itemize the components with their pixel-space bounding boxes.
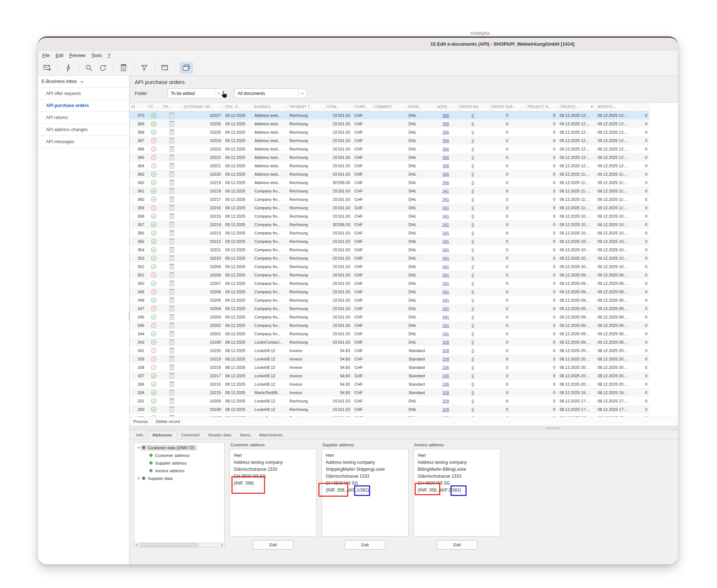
addr-link[interactable]: 341	[442, 290, 449, 294]
order_no-link[interactable]: 0	[472, 155, 474, 160]
order_no-link[interactable]: 0	[472, 390, 474, 395]
order_no-link[interactable]: 0	[472, 248, 474, 252]
addr-link[interactable]: 341	[442, 231, 449, 235]
notes-icon[interactable]	[117, 62, 130, 73]
expand-down-icon[interactable]	[137, 447, 141, 449]
addr-link[interactable]: 341	[442, 281, 449, 286]
table-row[interactable]: 3481020509.12.2025Company fro...Rechnung…	[130, 296, 649, 304]
column-header-modified[interactable]: MODIFIC...▵	[595, 103, 633, 111]
menu-item-edit[interactable]: Edit	[53, 52, 66, 59]
addr-link[interactable]: 356	[442, 113, 449, 118]
order_no-link[interactable]: 0	[472, 113, 474, 118]
addr-link[interactable]: 341	[442, 197, 449, 202]
table-row[interactable]: 3501020709.12.2025Company fro...Rechnung…	[130, 279, 649, 287]
addr-link[interactable]: 356	[442, 172, 449, 176]
table-row[interactable]: 3621021909.12.2025Address testi...Rechnu…	[130, 178, 649, 187]
addr-link[interactable]: 336	[442, 365, 449, 370]
windows-stack-icon[interactable]	[180, 62, 193, 73]
table-row[interactable]: 3471020409.12.2025Company fro...Rechnung…	[130, 304, 649, 313]
order_no-link[interactable]: 0	[472, 323, 474, 328]
addr-link[interactable]: 341	[442, 315, 449, 319]
column-header-mode[interactable]: MODE...▵	[406, 103, 435, 111]
table-row[interactable]: 3491020609.12.2025Company fro...Rechnung…	[130, 287, 649, 296]
tree-node-supplier-data[interactable]: Supplier data	[134, 474, 224, 482]
addr-link[interactable]: 341	[442, 273, 449, 277]
column-header-id[interactable]: ID▵	[130, 103, 146, 111]
addr-link[interactable]: 341	[442, 298, 449, 302]
order_no-link[interactable]: 0	[472, 264, 474, 269]
order_no-link[interactable]: 0	[472, 374, 474, 378]
table-row[interactable]: 3531021009.12.2025Company fro...Rechnung…	[130, 254, 649, 262]
tab-attachments[interactable]: Attachments	[255, 431, 287, 439]
sidebar-item-api-offer-requests[interactable]: API offer requests	[38, 88, 129, 100]
addr-link[interactable]: 341	[442, 206, 449, 210]
addr-link[interactable]: 341	[442, 239, 449, 244]
tree-horizontal-scrollbar[interactable]	[134, 542, 224, 547]
addr-link[interactable]: 328	[442, 407, 449, 412]
column-header-curr[interactable]: CURR...▵	[352, 103, 371, 111]
edit-button[interactable]: Edit	[437, 540, 478, 550]
address-text-box[interactable]: HerrAddress testing companyBillingMartin…	[414, 449, 501, 537]
tab-info[interactable]: Info	[132, 431, 147, 439]
tree-node-supplier-address[interactable]: Supplier address	[134, 459, 224, 467]
tab-header-data[interactable]: Header data	[204, 431, 235, 439]
table-row[interactable]: 3391021908.12.2025Locke08.12Invoice54.83…	[130, 355, 649, 363]
table-row[interactable]: 3371021708.12.2025Locke08.12Invoice54.83…	[130, 371, 649, 380]
tree-node-customer-address[interactable]: Customer address	[134, 451, 224, 459]
chevron-down-icon[interactable]	[298, 89, 306, 98]
filter-icon[interactable]	[138, 62, 151, 73]
addr-link[interactable]: 341	[442, 214, 449, 218]
order_no-link[interactable]: 0	[472, 180, 474, 185]
address-text-box[interactable]: HerrAddress testing companyGlärnischstra…	[230, 449, 317, 537]
addr-link[interactable]: 356	[442, 122, 449, 126]
column-header-status[interactable]: ST...▵	[146, 103, 161, 111]
table-row[interactable]: 3411022008.12.2025Locke08.12Invoice54.83…	[130, 346, 649, 355]
scroll-left-arrow-icon[interactable]	[134, 543, 139, 547]
table-row[interactable]: 3431019608.12.2025LockeContact...Rechnun…	[130, 338, 649, 346]
addr-link[interactable]: 336	[442, 382, 449, 386]
order_no-link[interactable]: 0	[472, 206, 474, 210]
splitter-grip[interactable]	[546, 428, 560, 429]
order_no-link[interactable]: 0	[472, 147, 474, 151]
refresh-icon[interactable]	[96, 62, 110, 73]
send-mail-icon[interactable]	[41, 62, 54, 73]
scrollbar-track[interactable]	[139, 543, 219, 547]
window-flash-icon[interactable]	[159, 62, 172, 73]
addr-link[interactable]: 341	[442, 332, 449, 336]
sidebar-item-api-returns[interactable]: API returns	[38, 112, 129, 124]
addr-link[interactable]: 328	[442, 357, 449, 361]
search-icon[interactable]	[83, 62, 96, 73]
column-header-doc[interactable]: PR...▵	[161, 103, 182, 111]
order_no-link[interactable]: 0	[472, 256, 474, 260]
column-header-order_sub[interactable]: ORDER SUB-...▵	[489, 103, 525, 111]
order_no-link[interactable]: 0	[472, 164, 474, 168]
addr-link[interactable]: 356	[442, 130, 449, 134]
sidebar-item-api-address-changes[interactable]: API address changes	[38, 124, 129, 136]
addr-link[interactable]: 336	[442, 374, 449, 378]
order_no-link[interactable]: 0	[472, 122, 474, 126]
table-row[interactable]: 3681022509.12.2025Address testi...Rechnu…	[130, 128, 649, 136]
order_no-link[interactable]: 0	[472, 138, 474, 143]
lightning-icon[interactable]	[62, 62, 75, 73]
column-header-comment[interactable]: COMMENT▵	[371, 103, 406, 111]
addr-link[interactable]: 356	[442, 164, 449, 168]
order_no-link[interactable]: 0	[472, 172, 474, 176]
addr-link[interactable]: 356	[442, 138, 449, 143]
column-header-date[interactable]: DOC. D...▵	[223, 103, 252, 111]
order_no-link[interactable]: 0	[472, 189, 474, 193]
table-row[interactable]: 3651022209.12.2025Address testi...Rechnu…	[130, 153, 649, 161]
table-row[interactable]: 3671022409.12.2025Address testi...Rechnu…	[130, 136, 649, 145]
order_no-link[interactable]: 0	[472, 298, 474, 302]
column-header-partner[interactable]: BUSINES...▵	[252, 103, 287, 111]
tab-items[interactable]: Items	[236, 431, 255, 439]
addr-link[interactable]: 341	[442, 248, 449, 252]
sidebar-item-api-purchase-orders[interactable]: API purchase orders	[38, 100, 129, 112]
order_no-link[interactable]: 0	[472, 281, 474, 286]
column-header-total[interactable]: TOTAL▵	[324, 103, 352, 111]
addr-link[interactable]: 341	[442, 264, 449, 269]
order_no-link[interactable]: 0	[472, 231, 474, 235]
table-row[interactable]: 3551021209.12.2025Company fro...Rechnung…	[130, 237, 649, 245]
scroll-right-arrow-icon[interactable]	[219, 543, 224, 547]
expand-right-icon[interactable]	[137, 477, 141, 480]
table-row[interactable]: 3601021709.12.2025Company fro...Rechnung…	[130, 195, 649, 203]
